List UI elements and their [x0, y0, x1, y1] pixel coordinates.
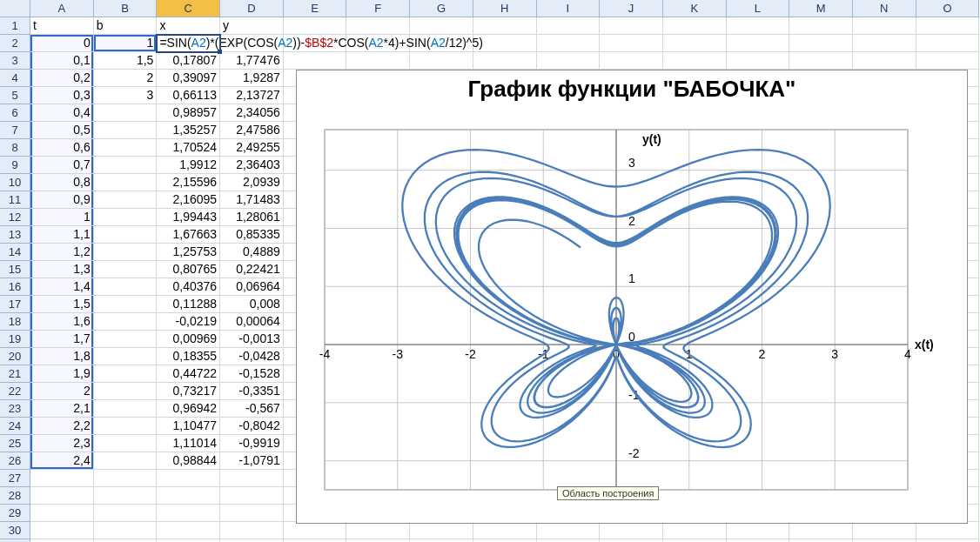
cell-A4[interactable]: 0,2 — [30, 70, 94, 87]
col-header-B[interactable]: B — [94, 0, 158, 17]
cell-B6[interactable] — [94, 104, 158, 122]
col-header-O[interactable]: O — [916, 0, 980, 17]
cell-C26[interactable]: 0,98844 — [157, 452, 220, 470]
row-header-20[interactable]: 20 — [0, 348, 30, 365]
cell-C19[interactable]: 0,00969 — [157, 331, 220, 348]
cell-B21[interactable] — [94, 365, 158, 383]
cell-D14[interactable]: 0,4889 — [220, 244, 284, 261]
row-header-5[interactable]: 5 — [0, 87, 30, 104]
cell-C18[interactable]: -0,0219 — [157, 313, 220, 331]
cell-D22[interactable]: -0,3351 — [220, 383, 284, 400]
cell-C3[interactable]: 0,17807 — [157, 52, 220, 70]
cell-B5[interactable]: 3 — [94, 87, 158, 104]
cell-C23[interactable]: 0,96942 — [157, 400, 220, 418]
col-header-M[interactable]: M — [789, 0, 853, 17]
cell-I2[interactable] — [537, 35, 601, 52]
cell-D23[interactable]: -0,567 — [220, 400, 284, 418]
cell-D18[interactable]: 0,00064 — [220, 313, 284, 331]
row-header-17[interactable]: 17 — [0, 296, 30, 313]
col-header-I[interactable]: I — [537, 0, 601, 17]
cell-A14[interactable]: 1,2 — [30, 244, 94, 261]
cell-A25[interactable]: 2,3 — [30, 435, 94, 452]
col-header-E[interactable]: E — [284, 0, 347, 17]
select-all-corner[interactable] — [0, 0, 30, 17]
cell-D17[interactable]: 0,008 — [220, 296, 284, 313]
cell-C20[interactable]: 0,18355 — [157, 348, 220, 365]
cell-B10[interactable] — [94, 174, 158, 191]
row-header-18[interactable]: 18 — [0, 313, 30, 331]
row-header-28[interactable]: 28 — [0, 487, 30, 505]
cell-K1[interactable] — [663, 17, 727, 35]
cell-A7[interactable]: 0,5 — [30, 122, 94, 139]
col-header-K[interactable]: K — [663, 0, 727, 17]
cell-A16[interactable]: 1,4 — [30, 278, 94, 296]
col-header-F[interactable]: F — [346, 0, 410, 17]
cell-B8[interactable] — [94, 139, 158, 157]
row-header-21[interactable]: 21 — [0, 365, 30, 383]
row-header-29[interactable]: 29 — [0, 505, 30, 522]
cell-D3[interactable]: 1,77476 — [220, 52, 284, 70]
cell-A2[interactable]: 0 — [30, 35, 94, 52]
cell-A9[interactable]: 0,7 — [30, 157, 94, 174]
cell-K2[interactable] — [663, 35, 727, 52]
row-header-6[interactable]: 6 — [0, 104, 30, 122]
row-header-26[interactable]: 26 — [0, 452, 30, 470]
cell-A18[interactable]: 1,6 — [30, 313, 94, 331]
cell-C5[interactable]: 0,66113 — [157, 87, 220, 104]
cell-D12[interactable]: 1,28061 — [220, 209, 284, 226]
row-header-25[interactable]: 25 — [0, 435, 30, 452]
cell-B22[interactable] — [94, 383, 158, 400]
cell-A17[interactable]: 1,5 — [30, 296, 94, 313]
cell-A12[interactable]: 1 — [30, 209, 94, 226]
col-header-H[interactable]: H — [473, 0, 537, 17]
cell-D13[interactable]: 0,85335 — [220, 226, 284, 244]
cell-C24[interactable]: 1,10477 — [157, 418, 220, 435]
row-header-19[interactable]: 19 — [0, 331, 30, 348]
cell-C16[interactable]: 0,40376 — [157, 278, 220, 296]
row-header-10[interactable]: 10 — [0, 174, 30, 191]
row-header-12[interactable]: 12 — [0, 209, 30, 226]
row-header-30[interactable]: 30 — [0, 522, 30, 539]
cell-D10[interactable]: 2,0939 — [220, 174, 284, 191]
cell-A20[interactable]: 1,8 — [30, 348, 94, 365]
chart-plot-area[interactable]: -4-3-2-101234-2-10123y(t)x(t) — [314, 109, 950, 511]
row-header-9[interactable]: 9 — [0, 157, 30, 174]
cell-H1[interactable] — [473, 17, 537, 35]
cell-L1[interactable] — [727, 17, 790, 35]
cell-C12[interactable]: 1,99443 — [157, 209, 220, 226]
cell-B23[interactable] — [94, 400, 158, 418]
cell-D20[interactable]: -0,0428 — [220, 348, 284, 365]
cell-F1[interactable] — [346, 17, 410, 35]
cell-C25[interactable]: 1,11014 — [157, 435, 220, 452]
col-header-L[interactable]: L — [727, 0, 790, 17]
cell-B1[interactable]: b — [94, 17, 158, 35]
row-header-2[interactable]: 2 — [0, 35, 30, 52]
cell-C21[interactable]: 0,44722 — [157, 365, 220, 383]
embedded-chart[interactable]: График функции "БАБОЧКА" -4-3-2-101234-2… — [296, 70, 968, 524]
cell-J1[interactable] — [600, 17, 663, 35]
row-header-24[interactable]: 24 — [0, 418, 30, 435]
cell-D7[interactable]: 2,47586 — [220, 122, 284, 139]
cell-B26[interactable] — [94, 452, 158, 470]
row-header-13[interactable]: 13 — [0, 226, 30, 244]
cell-G3[interactable] — [410, 52, 473, 70]
cell-I1[interactable] — [537, 17, 601, 35]
cell-C22[interactable]: 0,73217 — [157, 383, 220, 400]
cell-M1[interactable] — [789, 17, 853, 35]
cell-B7[interactable] — [94, 122, 158, 139]
cell-C1[interactable]: x — [157, 17, 220, 35]
row-header-3[interactable]: 3 — [0, 52, 30, 70]
col-header-G[interactable]: G — [410, 0, 473, 17]
cell-O3[interactable] — [916, 52, 980, 70]
cell-L2[interactable] — [727, 35, 790, 52]
cell-D19[interactable]: -0,0013 — [220, 331, 284, 348]
cell-C17[interactable]: 0,11288 — [157, 296, 220, 313]
cell-O1[interactable] — [916, 17, 980, 35]
cell-A21[interactable]: 1,9 — [30, 365, 94, 383]
cell-B12[interactable] — [94, 209, 158, 226]
cell-I3[interactable] — [537, 52, 601, 70]
cell-F3[interactable] — [346, 52, 410, 70]
cell-N1[interactable] — [853, 17, 916, 35]
cell-O2[interactable] — [916, 35, 980, 52]
cell-D1[interactable]: y — [220, 17, 284, 35]
